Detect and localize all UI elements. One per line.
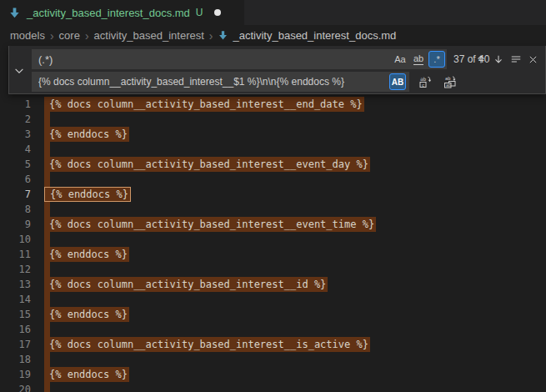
next-match-button[interactable]	[490, 51, 506, 68]
find-match-highlight	[44, 232, 50, 247]
match-case-button[interactable]: Aa	[392, 51, 408, 68]
line-content[interactable]: {% enddocs %}	[44, 187, 131, 202]
whole-word-button[interactable]: ab	[410, 51, 427, 68]
editor-pane[interactable]: 1{% docs column__activity_based_interest…	[0, 46, 546, 392]
code-line[interactable]: 16	[0, 322, 546, 337]
line-number[interactable]: 15	[0, 307, 31, 322]
code-line[interactable]: 18	[0, 352, 546, 367]
line-content[interactable]	[44, 322, 50, 337]
line-content[interactable]: {% enddocs %}	[44, 367, 129, 382]
line-content[interactable]: {% docs column__activity_based_interest_…	[44, 97, 364, 112]
code-line[interactable]: 7{% enddocs %}	[0, 187, 546, 202]
line-content[interactable]: {% docs column__activity_based_interest_…	[44, 337, 370, 352]
code-line[interactable]: 6	[0, 172, 546, 187]
code-line[interactable]: 14	[0, 292, 546, 307]
toggle-replace-button[interactable]	[12, 63, 26, 78]
find-nav-buttons	[473, 51, 541, 68]
line-number[interactable]: 12	[0, 262, 31, 277]
line-number[interactable]: 3	[0, 127, 31, 142]
code-line[interactable]: 11{% enddocs %}	[0, 247, 546, 262]
previous-match-button[interactable]	[473, 51, 488, 68]
line-content[interactable]	[44, 352, 50, 367]
find-match-highlight: {% docs column__activity_based_interest_…	[44, 217, 376, 232]
find-row: (.*) Aa ab .* 37 of 40	[32, 49, 489, 69]
line-content[interactable]	[44, 262, 50, 277]
find-match-highlight	[44, 292, 50, 307]
replace-input[interactable]: {% docs column__activity_based_interest_…	[32, 72, 409, 92]
find-match-highlight: {% enddocs %}	[44, 307, 129, 322]
code-line[interactable]: 5{% docs column__activity_based_interest…	[0, 157, 546, 172]
line-content[interactable]	[44, 232, 50, 247]
line-content[interactable]	[44, 382, 50, 392]
code-line[interactable]: 2	[0, 112, 546, 127]
line-number[interactable]: 8	[0, 202, 31, 217]
line-number[interactable]: 4	[0, 142, 31, 157]
line-number[interactable]: 11	[0, 247, 31, 262]
code-line[interactable]: 17{% docs column__activity_based_interes…	[0, 337, 546, 352]
code-line[interactable]: 4	[0, 142, 546, 157]
close-find-widget-button[interactable]	[525, 51, 541, 68]
line-number[interactable]: 1	[0, 97, 31, 112]
find-match-highlight	[44, 382, 50, 392]
line-content[interactable]	[44, 202, 50, 217]
line-content[interactable]: {% enddocs %}	[44, 127, 129, 142]
code-line[interactable]: 10	[0, 232, 546, 247]
line-number[interactable]: 5	[0, 157, 31, 172]
line-number[interactable]: 9	[0, 217, 31, 232]
code-line[interactable]: 3{% enddocs %}	[0, 127, 546, 142]
line-number[interactable]: 16	[0, 322, 31, 337]
line-content[interactable]: {% enddocs %}	[44, 247, 129, 262]
line-number[interactable]: 18	[0, 352, 31, 367]
code-line[interactable]: 1{% docs column__activity_based_interest…	[0, 97, 546, 112]
breadcrumb-item-file[interactable]: _activity_based_interest_docs.md	[218, 29, 396, 42]
line-content[interactable]	[44, 292, 50, 307]
preserve-case-button[interactable]: AB	[389, 73, 406, 90]
line-number[interactable]: 17	[0, 337, 31, 352]
unsaved-dot-icon[interactable]	[214, 9, 221, 16]
git-status-badge: U	[196, 7, 203, 18]
line-content[interactable]: {% docs column__activity_based_interest_…	[44, 277, 328, 292]
replace-all-icon: ab ab	[443, 75, 457, 88]
line-content[interactable]	[44, 172, 50, 187]
code-line[interactable]: 20	[0, 382, 546, 392]
svg-text:ab: ab	[420, 76, 427, 82]
breadcrumb-item-core[interactable]: core	[59, 29, 80, 42]
find-match-highlight: {% enddocs %}	[44, 127, 129, 142]
breadcrumb-item-models[interactable]: models	[10, 29, 45, 42]
find-match-highlight: {% docs column__activity_based_interest_…	[44, 337, 370, 352]
line-content[interactable]	[44, 112, 50, 127]
code-line[interactable]: 15{% enddocs %}	[0, 307, 546, 322]
find-in-selection-button[interactable]	[508, 51, 523, 68]
line-number[interactable]: 7	[0, 187, 31, 202]
breadcrumb-item-activity-based-interest[interactable]: activity_based_interest	[94, 29, 204, 42]
replace-all-button[interactable]: ab ab	[442, 73, 458, 90]
line-number[interactable]: 19	[0, 367, 31, 382]
line-number[interactable]: 13	[0, 277, 31, 292]
line-content[interactable]: {% docs column__activity_based_interest_…	[44, 217, 376, 232]
line-number[interactable]: 2	[0, 112, 31, 127]
find-input[interactable]: (.*) Aa ab .*	[32, 49, 447, 69]
line-number[interactable]: 6	[0, 172, 31, 187]
use-regex-button[interactable]: .*	[428, 51, 445, 68]
code-line[interactable]: 13{% docs column__activity_based_interes…	[0, 277, 546, 292]
code-line[interactable]: 19{% enddocs %}	[0, 367, 546, 382]
code-line[interactable]: 9{% docs column__activity_based_interest…	[0, 217, 546, 232]
line-content[interactable]: {% docs column__activity_based_interest_…	[44, 157, 370, 172]
code-lines: 1{% docs column__activity_based_interest…	[0, 97, 546, 392]
code-line[interactable]: 8	[0, 202, 546, 217]
current-find-match: {% enddocs %}	[44, 187, 131, 202]
line-number[interactable]: 10	[0, 232, 31, 247]
find-match-highlight: {% docs column__activity_based_interest_…	[44, 97, 364, 112]
code-line[interactable]: 12	[0, 262, 546, 277]
line-content[interactable]: {% enddocs %}	[44, 307, 129, 322]
line-content[interactable]	[44, 142, 50, 157]
tab-activity-based-interest-docs[interactable]: _activity_based_interest_docs.md U	[0, 0, 244, 25]
breadcrumb: models › core › activity_based_interest …	[0, 25, 546, 46]
arrow-down-icon	[493, 53, 504, 65]
replace-button[interactable]: ab c	[417, 73, 433, 90]
find-value: (.*)	[38, 53, 392, 66]
chevron-down-icon	[13, 65, 25, 77]
line-number[interactable]: 20	[0, 382, 31, 392]
replace-icon: ab c	[418, 75, 432, 88]
line-number[interactable]: 14	[0, 292, 31, 307]
